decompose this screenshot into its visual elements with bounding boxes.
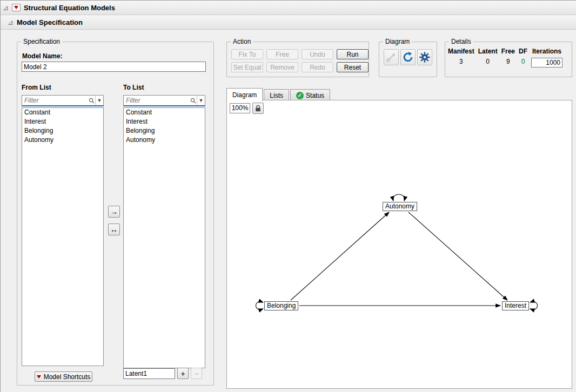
- report-header: ⊿ Structural Equation Models: [1, 1, 576, 15]
- tab-lists[interactable]: Lists: [264, 89, 289, 101]
- details-stats: Manifest 3 Latent 0 Free 9 DF 0 Iteratio…: [448, 48, 562, 67]
- refresh-layout-button[interactable]: [400, 49, 416, 65]
- settings-gear-icon: [419, 51, 431, 63]
- stat-manifest: Manifest 3: [448, 48, 474, 67]
- specification-group: Specification Model Name: From List To L…: [17, 42, 214, 386]
- latent-name-input[interactable]: [123, 368, 175, 379]
- stat-name: Free: [501, 48, 515, 55]
- red-triangle-icon: [37, 375, 41, 379]
- undo-button[interactable]: Undo: [302, 49, 333, 59]
- refresh-layout-icon: [402, 51, 414, 63]
- model-name-input[interactable]: [22, 62, 206, 72]
- structural-equation-models-window: ⊿ Structural Equation Models ⊿ Model Spe…: [0, 0, 576, 392]
- from-list-label: From List: [22, 84, 51, 91]
- double-arrow-icon: ↔: [110, 225, 118, 234]
- node-autonomy[interactable]: Autonomy: [383, 202, 417, 211]
- edge-autonomy-interest[interactable]: [408, 212, 507, 300]
- disclosure-triangle-icon[interactable]: ⊿: [3, 4, 9, 11]
- search-icon: [189, 98, 197, 104]
- section-header: ⊿ Model Specification: [1, 15, 576, 30]
- path-diagram-canvas[interactable]: 100%: [226, 100, 572, 389]
- search-icon: [88, 98, 95, 104]
- tab-bar: Diagram Lists ✓ Status: [226, 88, 331, 101]
- stat-free: Free 9: [501, 48, 515, 67]
- stat-value: 9: [506, 58, 510, 65]
- edge-belonging-autonomy[interactable]: [291, 212, 389, 300]
- redo-button[interactable]: Redo: [302, 62, 333, 72]
- right-arrow-icon: →: [110, 207, 118, 216]
- remove-button[interactable]: Remove: [266, 62, 298, 72]
- action-group: Action Fix To Free Undo Run Set Equal Re…: [226, 42, 369, 77]
- stat-name: DF: [519, 48, 527, 55]
- model-name-label: Model Name:: [22, 52, 63, 60]
- path-diagram-edges: [227, 100, 572, 388]
- list-item[interactable]: Constant: [124, 108, 205, 117]
- tab-diagram[interactable]: Diagram: [226, 88, 263, 101]
- list-item[interactable]: Interest: [124, 117, 205, 126]
- list-item[interactable]: Interest: [22, 117, 103, 126]
- reset-button[interactable]: Reset: [337, 62, 369, 72]
- run-button[interactable]: Run: [337, 49, 369, 59]
- add-latent-button[interactable]: +: [177, 368, 189, 379]
- list-item[interactable]: Constant: [22, 108, 103, 117]
- tab-status[interactable]: ✓ Status: [290, 89, 330, 101]
- variance-loop-autonomy[interactable]: [393, 194, 404, 201]
- connection-style-button[interactable]: [384, 49, 399, 65]
- from-list-filter-input[interactable]: [22, 97, 88, 104]
- connection-style-icon: [386, 52, 397, 63]
- details-group-label: Details: [449, 38, 473, 45]
- diagram-tools-group: Diagram: [379, 42, 437, 77]
- model-shortcuts-button[interactable]: Model Shortcuts: [35, 371, 92, 382]
- fix-to-button[interactable]: Fix To: [231, 49, 263, 59]
- list-item[interactable]: Belonging: [124, 126, 205, 136]
- variance-loop-interest[interactable]: [530, 302, 538, 309]
- list-item[interactable]: Autonomy: [22, 136, 103, 145]
- minus-icon: −: [194, 369, 198, 378]
- stat-latent: Latent 0: [478, 48, 498, 67]
- action-button-grid: Fix To Free Undo Run Set Equal Remove Re…: [231, 49, 369, 72]
- stat-value: 0: [486, 58, 490, 65]
- to-list-filter-input[interactable]: [124, 97, 189, 104]
- diagram-group-label: Diagram: [383, 38, 412, 45]
- variance-loop-belonging[interactable]: [256, 302, 264, 309]
- list-item[interactable]: Belonging: [22, 126, 103, 136]
- node-belonging[interactable]: Belonging: [264, 301, 298, 310]
- single-arrow-button[interactable]: →: [108, 206, 120, 218]
- to-listbox[interactable]: Constant Interest Belonging Autonomy: [123, 107, 205, 368]
- report-title: Structural Equation Models: [24, 4, 115, 12]
- stat-iterations: Iterations: [531, 48, 562, 67]
- filter-dropdown-icon[interactable]: ▼: [197, 96, 205, 105]
- red-triangle-menu-button[interactable]: [12, 4, 21, 11]
- from-listbox[interactable]: Constant Interest Belonging Autonomy: [22, 107, 104, 366]
- tab-label: Status: [306, 92, 324, 99]
- free-button[interactable]: Free: [266, 49, 298, 59]
- stat-value: 3: [459, 58, 463, 65]
- tab-label: Lists: [270, 92, 283, 99]
- diagram-settings-button[interactable]: [417, 49, 432, 65]
- red-triangle-icon: [14, 6, 18, 9]
- action-group-label: Action: [231, 38, 253, 45]
- to-list-filter: ▼: [123, 95, 205, 106]
- filter-dropdown-icon[interactable]: ▼: [95, 96, 103, 105]
- specification-group-label: Specification: [21, 38, 62, 45]
- disclosure-triangle-icon[interactable]: ⊿: [8, 19, 14, 26]
- iterations-input[interactable]: [531, 58, 562, 67]
- plus-icon: +: [180, 369, 185, 378]
- stat-value: 0: [521, 58, 525, 65]
- double-arrow-button[interactable]: ↔: [108, 224, 120, 235]
- remove-latent-button[interactable]: −: [191, 368, 202, 379]
- stat-name: Latent: [478, 48, 498, 55]
- list-item[interactable]: Autonomy: [124, 136, 205, 145]
- from-list-filter: ▼: [22, 95, 104, 106]
- to-list-label: To List: [123, 84, 144, 91]
- model-shortcuts-label: Model Shortcuts: [44, 373, 91, 381]
- stat-name: Manifest: [448, 48, 474, 55]
- section-title: Model Specification: [17, 18, 83, 26]
- iterations-label: Iterations: [532, 48, 561, 55]
- details-group: Details Manifest 3 Latent 0 Free 9 DF 0 …: [445, 42, 572, 77]
- status-check-icon: ✓: [296, 92, 304, 99]
- set-equal-button[interactable]: Set Equal: [231, 62, 263, 72]
- stat-df: DF 0: [519, 48, 527, 67]
- node-interest[interactable]: Interest: [502, 301, 529, 310]
- tab-label: Diagram: [232, 91, 257, 99]
